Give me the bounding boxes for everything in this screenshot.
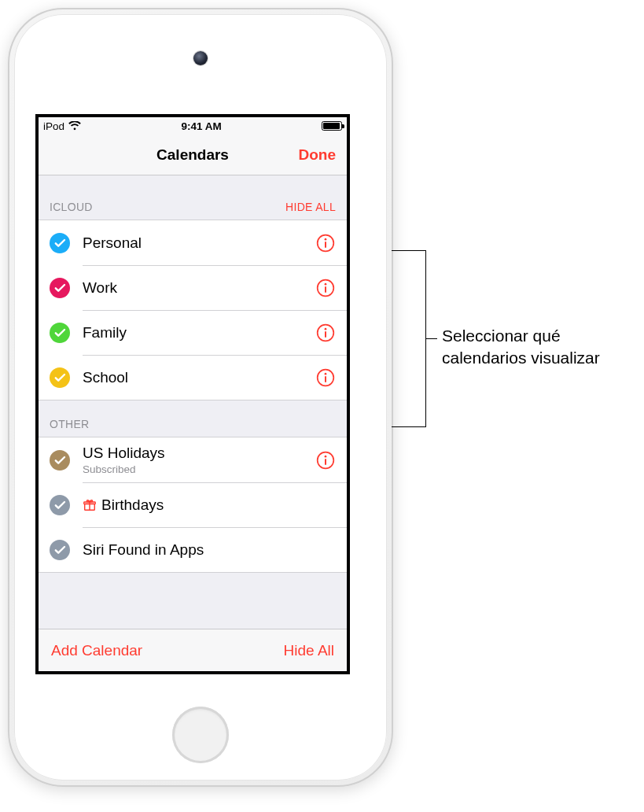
calendar-row-school[interactable]: School <box>39 355 347 400</box>
checkmark-icon <box>50 367 70 388</box>
svg-point-10 <box>325 372 327 375</box>
page-title: Calendars <box>156 146 229 164</box>
calendar-list-scroll[interactable]: ICLOUD HIDE ALL Personal <box>39 175 347 629</box>
status-time: 9:41 AM <box>181 120 221 132</box>
info-button[interactable] <box>315 278 336 298</box>
battery-icon <box>322 121 342 131</box>
info-button[interactable] <box>315 233 336 253</box>
hide-all-button[interactable]: Hide All <box>284 642 334 659</box>
checkmark-icon <box>50 450 70 471</box>
calendar-row-work[interactable]: Work <box>39 265 347 310</box>
svg-point-1 <box>325 238 327 240</box>
checkmark-icon <box>50 323 70 343</box>
section-title-icloud: ICLOUD <box>50 201 93 213</box>
calendar-row-family[interactable]: Family <box>39 310 347 355</box>
status-bar: iPod 9:41 AM <box>39 117 347 135</box>
svg-rect-2 <box>325 242 326 248</box>
calendar-label: Family <box>83 324 127 341</box>
other-list: US Holidays Subscribed <box>39 437 347 573</box>
bottom-toolbar: Add Calendar Hide All <box>39 629 347 671</box>
hide-all-icloud-button[interactable]: HIDE ALL <box>285 201 336 213</box>
done-button[interactable]: Done <box>299 135 337 175</box>
checkmark-icon <box>50 278 70 298</box>
svg-point-4 <box>325 282 327 285</box>
calendar-sublabel: Subscribed <box>83 463 165 475</box>
calendar-label: Siri Found in Apps <box>83 541 204 559</box>
callout-text: Seleccionar qué calendarios visualizar <box>442 325 638 370</box>
callout-stem-icon <box>426 338 437 339</box>
info-button[interactable] <box>315 323 336 343</box>
screen: iPod 9:41 AM Calendars Done ICLOUD HIDE … <box>35 114 350 674</box>
add-calendar-button[interactable]: Add Calendar <box>51 642 142 659</box>
svg-point-7 <box>325 327 327 330</box>
calendar-row-siri-found[interactable]: Siri Found in Apps <box>39 527 347 572</box>
device-name-label: iPod <box>43 120 64 132</box>
calendar-row-us-holidays[interactable]: US Holidays Subscribed <box>39 437 347 482</box>
icloud-list: Personal Work <box>39 220 347 400</box>
section-header-icloud: ICLOUD HIDE ALL <box>39 175 347 220</box>
calendar-label: Personal <box>83 234 142 252</box>
calendar-row-personal[interactable]: Personal <box>39 220 347 265</box>
device-frame: iPod 9:41 AM Calendars Done ICLOUD HIDE … <box>8 8 393 787</box>
front-camera <box>193 51 208 65</box>
svg-point-13 <box>325 455 327 457</box>
svg-rect-8 <box>325 331 326 338</box>
calendar-label: Work <box>83 279 117 297</box>
callout-bracket-icon <box>392 250 426 427</box>
calendar-label: Birthdays <box>101 496 164 514</box>
svg-rect-5 <box>325 286 326 293</box>
checkmark-icon <box>50 540 70 560</box>
gift-icon <box>83 498 97 512</box>
wifi-icon <box>68 121 81 131</box>
svg-rect-11 <box>325 376 326 382</box>
info-button[interactable] <box>315 367 336 388</box>
calendar-label: US Holidays <box>83 445 165 462</box>
calendar-label: School <box>83 369 128 386</box>
checkmark-icon <box>50 495 70 515</box>
calendar-row-birthdays[interactable]: Birthdays <box>39 482 347 527</box>
info-button[interactable] <box>315 450 336 471</box>
section-header-other: OTHER <box>39 400 347 437</box>
svg-rect-14 <box>325 459 326 465</box>
checkmark-icon <box>50 233 70 253</box>
home-button[interactable] <box>172 707 229 763</box>
nav-bar: Calendars Done <box>39 135 347 175</box>
section-title-other: OTHER <box>50 418 90 430</box>
